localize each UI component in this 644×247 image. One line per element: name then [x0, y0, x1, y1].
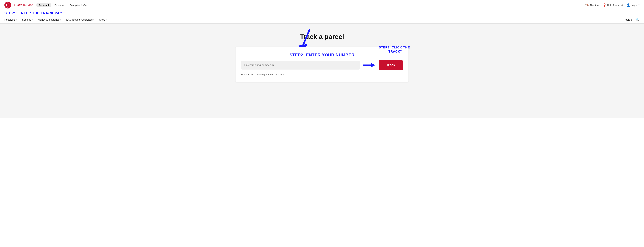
money-chevron-icon: ▾ — [60, 19, 61, 21]
arrow-right-annotation — [363, 62, 376, 68]
shop-chevron-icon: ▾ — [106, 19, 106, 21]
tab-enterprise-gov[interactable]: Enterprise & Gov — [67, 3, 90, 8]
tracking-card: STEP3: CLICK THE "TRACK" STEP2: ENTER YO… — [236, 47, 408, 82]
track-button[interactable]: Track — [379, 60, 403, 70]
tab-business[interactable]: Business — [52, 3, 66, 8]
sending-chevron-icon: ▾ — [32, 19, 33, 21]
step1-annotation: STEP1: ENTER THE TRACK PAGE — [0, 10, 644, 16]
help-icon: ❓ — [603, 3, 606, 7]
tracking-hint-text: Enter up to 10 tracking numbers at a tim… — [241, 73, 403, 76]
page-title-area: Track a parcel — [4, 30, 640, 41]
top-bar: Australia Post Personal Business Enterpr… — [0, 0, 644, 10]
svg-point-2 — [7, 3, 9, 8]
logo-text: Australia Post — [14, 4, 32, 7]
login-link[interactable]: 👤 Log in ▾ — [626, 3, 640, 7]
nav-right: Tools ▾ 🔍 — [624, 18, 640, 22]
main-content: Track a parcel STEP3: CLICK THE "TRACK" … — [0, 24, 644, 118]
nav-tools[interactable]: Tools ▾ — [624, 19, 632, 21]
step3-annotation: STEP3: CLICK THE "TRACK" — [377, 45, 412, 54]
nav-receiving[interactable]: Receiving ▾ — [4, 16, 17, 24]
nav-bar: Receiving ▾ Sending ▾ Money & insurance … — [0, 16, 644, 24]
nav-sending[interactable]: Sending ▾ — [22, 16, 33, 24]
nav-money-insurance[interactable]: Money & insurance ▾ — [38, 16, 61, 24]
login-chevron-icon: ▾ — [638, 4, 640, 7]
nav-id-document[interactable]: ID & document services ▾ — [66, 16, 94, 24]
svg-marker-6 — [371, 63, 375, 67]
top-right: 🦘 About us ❓ Help & support 👤 Log in ▾ — [585, 3, 640, 7]
help-support-link[interactable]: ❓ Help & support — [603, 3, 623, 7]
tab-personal[interactable]: Personal — [36, 3, 51, 8]
id-chevron-icon: ▾ — [93, 19, 94, 21]
tracking-row: Track — [241, 60, 403, 70]
receiving-chevron-icon: ▾ — [16, 19, 17, 21]
australia-post-logo — [4, 2, 11, 9]
logo-area: Australia Post — [4, 2, 32, 9]
tracking-number-input[interactable] — [241, 61, 360, 70]
about-us-link[interactable]: 🦘 About us — [585, 3, 599, 7]
user-icon: 👤 — [626, 3, 630, 7]
australia-icon: 🦘 — [585, 3, 589, 7]
tools-chevron-icon: ▾ — [631, 19, 632, 21]
page-title: Track a parcel — [4, 33, 640, 41]
search-icon[interactable]: 🔍 — [635, 18, 640, 22]
nav-shop[interactable]: Shop ▾ — [99, 16, 106, 24]
top-nav-tabs: Personal Business Enterprise & Gov — [36, 3, 90, 8]
